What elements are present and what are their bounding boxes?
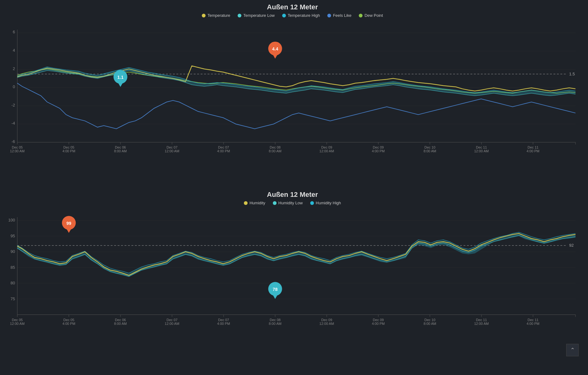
svg-text:100: 100	[8, 218, 15, 222]
svg-text:Dec 07: Dec 07	[167, 318, 178, 322]
svg-text:8:00 AM: 8:00 AM	[114, 149, 127, 152]
humidity-high-label: Humidity High	[316, 201, 341, 205]
svg-text:4:00 PM: 4:00 PM	[372, 149, 385, 152]
temperature-chart-panel: Außen 12 Meter Temperature Temperature L…	[0, 0, 588, 188]
svg-text:Dec 08: Dec 08	[270, 318, 281, 322]
svg-text:2: 2	[13, 66, 15, 71]
chart1-area: 6 4 2 0 -2 -4 -6	[3, 20, 582, 152]
svg-text:Dec 05: Dec 05	[63, 145, 74, 149]
feels-like-dot	[327, 14, 331, 17]
svg-text:Dec 11: Dec 11	[528, 318, 538, 322]
feels-like-label: Feels Like	[333, 13, 351, 18]
svg-text:Dec 07: Dec 07	[218, 318, 229, 322]
chart2-svg: 100 95 90 85 80 75 92	[3, 208, 582, 340]
svg-text:4:00 PM: 4:00 PM	[217, 322, 230, 325]
svg-text:12:00 AM: 12:00 AM	[165, 149, 179, 152]
svg-text:1.5: 1.5	[569, 72, 575, 76]
legend-feels-like: Feels Like	[327, 13, 351, 18]
svg-text:6: 6	[13, 30, 15, 34]
svg-text:Dec 09: Dec 09	[321, 145, 332, 149]
svg-text:4: 4	[13, 48, 15, 53]
dew-point-dot	[359, 14, 363, 17]
svg-text:Dec 09: Dec 09	[373, 318, 384, 322]
legend-humidity: Humidity	[244, 201, 265, 205]
svg-text:12:00 AM: 12:00 AM	[474, 322, 489, 325]
svg-text:75: 75	[11, 297, 15, 301]
svg-text:8:00 AM: 8:00 AM	[269, 149, 282, 152]
svg-text:90: 90	[11, 249, 15, 254]
humidity-chart-panel: Außen 12 Meter Humidity Humidity Low Hum…	[0, 188, 588, 375]
svg-text:99: 99	[66, 221, 71, 226]
svg-text:-2: -2	[12, 103, 15, 107]
svg-marker-79	[66, 229, 71, 233]
svg-text:Dec 05: Dec 05	[63, 318, 74, 322]
svg-text:Dec 07: Dec 07	[218, 145, 229, 149]
svg-text:4:00 PM: 4:00 PM	[527, 322, 539, 325]
temperature-label: Temperature	[207, 13, 230, 18]
svg-text:4.4: 4.4	[272, 46, 278, 51]
chart2-legend: Humidity Humidity Low Humidity High	[3, 201, 582, 205]
svg-text:Dec 10: Dec 10	[424, 145, 435, 149]
svg-text:12:00 AM: 12:00 AM	[165, 322, 179, 325]
svg-text:0: 0	[13, 84, 15, 89]
chart1-svg: 6 4 2 0 -2 -4 -6	[3, 20, 582, 152]
svg-text:8:00 AM: 8:00 AM	[424, 322, 436, 325]
humidity-low-label: Humidity Low	[278, 201, 303, 205]
chart2-title: Außen 12 Meter	[3, 191, 582, 199]
svg-text:4:00 PM: 4:00 PM	[62, 149, 75, 152]
svg-marker-82	[273, 295, 277, 299]
temp-low-label: Temperature Low	[243, 13, 274, 18]
chart2-area: 100 95 90 85 80 75 92	[3, 208, 582, 340]
svg-text:Dec 09: Dec 09	[321, 318, 332, 322]
legend-temperature: Temperature	[202, 13, 230, 18]
svg-text:80: 80	[11, 281, 15, 285]
svg-text:4:00 PM: 4:00 PM	[62, 322, 75, 325]
svg-text:-6: -6	[12, 139, 15, 144]
temperature-dot	[202, 14, 206, 17]
humidity-high-dot	[310, 201, 314, 205]
svg-text:Dec 11: Dec 11	[476, 145, 487, 149]
legend-humidity-high: Humidity High	[310, 201, 341, 205]
svg-text:4:00 PM: 4:00 PM	[217, 149, 230, 152]
svg-marker-36	[118, 83, 123, 87]
svg-text:1.1: 1.1	[117, 75, 124, 80]
temp-high-label: Temperature High	[288, 13, 320, 18]
svg-marker-33	[273, 54, 277, 59]
svg-text:Dec 07: Dec 07	[167, 145, 178, 149]
temp-high-dot	[282, 14, 286, 17]
svg-text:4:00 PM: 4:00 PM	[372, 322, 385, 325]
svg-text:92: 92	[569, 243, 574, 248]
dew-point-label: Dew Point	[364, 13, 383, 18]
svg-text:4:00 PM: 4:00 PM	[527, 149, 539, 152]
svg-text:Dec 11: Dec 11	[528, 145, 538, 149]
svg-text:12:00 AM: 12:00 AM	[320, 149, 334, 152]
svg-text:12:00 AM: 12:00 AM	[10, 149, 25, 152]
svg-text:Dec 06: Dec 06	[115, 318, 126, 322]
humidity-low-dot	[273, 201, 277, 205]
svg-text:85: 85	[11, 265, 15, 270]
svg-text:12:00 AM: 12:00 AM	[474, 149, 489, 152]
svg-text:8:00 AM: 8:00 AM	[424, 149, 436, 152]
temp-low-dot	[238, 14, 241, 17]
svg-text:Dec 09: Dec 09	[373, 145, 384, 149]
humidity-dot	[244, 201, 248, 205]
svg-text:95: 95	[11, 234, 15, 238]
charts-container: Außen 12 Meter Temperature Temperature L…	[0, 0, 588, 375]
svg-text:Dec 06: Dec 06	[115, 145, 126, 149]
chevron-up-icon: ⌃	[570, 347, 575, 354]
svg-text:-4: -4	[12, 121, 15, 126]
svg-text:12:00 AM: 12:00 AM	[320, 322, 334, 325]
svg-text:12:00 AM: 12:00 AM	[10, 322, 25, 325]
scroll-top-button[interactable]: ⌃	[566, 344, 579, 356]
svg-text:Dec 08: Dec 08	[270, 145, 281, 149]
chart1-legend: Temperature Temperature Low Temperature …	[3, 13, 582, 18]
svg-text:8:00 AM: 8:00 AM	[269, 322, 282, 325]
svg-text:Dec 05: Dec 05	[12, 318, 23, 322]
legend-dew-point: Dew Point	[359, 13, 383, 18]
svg-text:Dec 11: Dec 11	[476, 318, 487, 322]
chart1-title: Außen 12 Meter	[3, 3, 582, 11]
svg-text:Dec 05: Dec 05	[12, 145, 23, 149]
svg-text:78: 78	[273, 287, 278, 292]
legend-temp-high: Temperature High	[282, 13, 320, 18]
svg-text:8:00 AM: 8:00 AM	[114, 322, 127, 325]
